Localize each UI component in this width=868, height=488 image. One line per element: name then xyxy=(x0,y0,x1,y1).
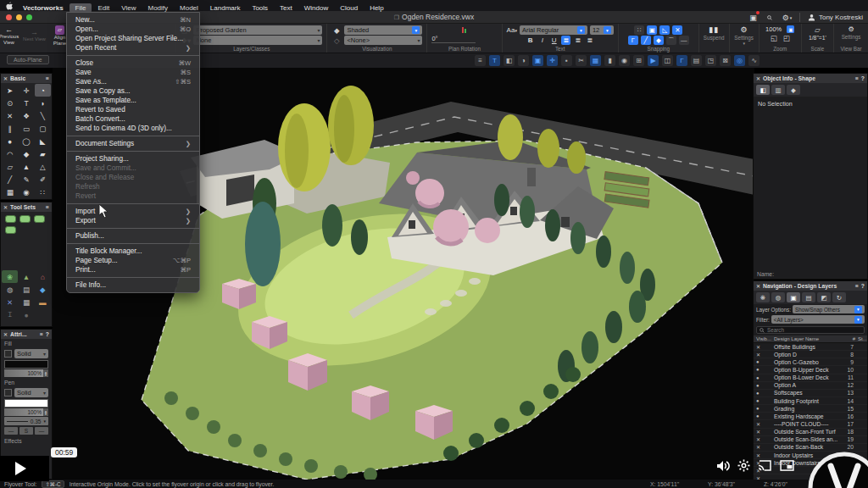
basic-tool-icon[interactable]: ✕ xyxy=(2,109,18,122)
landscape-tool-icon[interactable] xyxy=(19,215,31,223)
scale-value[interactable]: 1/8"=1' xyxy=(809,35,826,41)
fill-opacity-slider[interactable]: 100%▲▼ xyxy=(4,369,48,377)
close-icon[interactable]: ✕ xyxy=(756,75,760,81)
tab-saved-views[interactable]: ◍ xyxy=(771,292,785,302)
play-icon[interactable] xyxy=(15,462,26,475)
file-menu-item[interactable]: Refresh xyxy=(67,182,199,191)
basic-tool-icon[interactable]: T xyxy=(18,97,34,109)
menu-item[interactable]: Window xyxy=(298,3,334,13)
search-icon[interactable] xyxy=(765,13,775,22)
mode-bar-icon[interactable]: ◫ xyxy=(662,55,673,66)
basic-tool-icon[interactable]: ◯ xyxy=(18,135,34,147)
file-menu-item[interactable]: Revert xyxy=(67,191,199,201)
landscape-tool-icon[interactable] xyxy=(5,215,16,223)
layer-row[interactable]: ● Grading 15 xyxy=(754,405,867,413)
palette-menu-icon[interactable]: ≡ xyxy=(46,204,49,210)
tool-set-category-icon[interactable]: ▦ xyxy=(18,296,34,308)
snapping-toggle-icon[interactable]: ― xyxy=(679,36,689,45)
settings-gear-icon[interactable] xyxy=(737,459,750,472)
auto-plane-button[interactable]: Auto-Plane xyxy=(7,55,49,64)
file-menu-item[interactable]: Open Project Sharing Server File... xyxy=(67,34,199,43)
mode-bar-icon[interactable]: ▤ xyxy=(691,55,702,66)
tab-render[interactable]: ◆ xyxy=(787,85,800,95)
basic-tool-icon[interactable]: ╲ xyxy=(35,109,51,122)
basic-tool-icon[interactable]: ⊙ xyxy=(2,97,18,109)
layer-row[interactable]: ● Option C-Gazebo 9 xyxy=(754,358,867,366)
basic-tool-icon[interactable]: ▭ xyxy=(18,122,34,135)
pen-color-swatch[interactable] xyxy=(4,399,48,408)
visibility-icon[interactable]: ● xyxy=(754,406,774,411)
menu-item[interactable]: Model xyxy=(174,3,204,13)
landscape-tool-icon[interactable] xyxy=(34,215,45,223)
visibility-icon[interactable]: ✕ xyxy=(754,344,774,350)
suspend-label[interactable]: Suspend xyxy=(704,35,725,41)
file-menu-item[interactable] xyxy=(67,133,199,139)
basic-tool-icon[interactable]: ✛ xyxy=(18,84,34,97)
mode-bar-icon[interactable]: ◧ xyxy=(504,55,515,66)
file-menu-item[interactable]: Revert to Saved xyxy=(67,105,199,114)
file-menu-item[interactable]: Import ❯ xyxy=(67,207,199,216)
layer-row[interactable]: ✕ Offsite Buildings 7 xyxy=(754,343,867,351)
background-render-icon[interactable]: ◇ xyxy=(331,36,342,45)
apple-icon[interactable] xyxy=(6,2,14,10)
italic-button[interactable]: I xyxy=(537,36,547,45)
mode-bar-icon[interactable]: T xyxy=(489,55,500,66)
file-menu-item[interactable]: Save ⌘S xyxy=(67,68,199,77)
close-icon[interactable]: ✕ xyxy=(3,331,8,337)
visibility-icon[interactable]: ● xyxy=(754,367,774,372)
file-menu-item[interactable]: Publish... xyxy=(67,231,199,241)
snapping-toggle-icon[interactable]: ▣ xyxy=(647,25,657,35)
fill-color-swatch[interactable] xyxy=(4,360,48,369)
render-mode-icon[interactable]: ◆ xyxy=(331,26,342,35)
snapping-toggle-icon[interactable]: ✕ xyxy=(672,25,682,35)
layer-row[interactable]: ● Existing Hardscape 16 xyxy=(754,413,867,420)
file-menu-item[interactable]: New... ⌘N xyxy=(67,15,199,25)
palette-menu-icon[interactable]: ≡ xyxy=(46,75,49,81)
file-menu-item[interactable]: Title Block Manager... xyxy=(67,247,199,256)
tab-shape[interactable]: ◧ xyxy=(756,85,770,95)
file-menu-item[interactable]: Save a Copy as... xyxy=(67,86,199,96)
file-menu-item[interactable]: Batch Convert... xyxy=(67,114,199,124)
zoom-value[interactable]: 100% xyxy=(765,25,782,33)
basic-tool-icon[interactable]: ❖ xyxy=(18,109,34,122)
layer-row[interactable]: ✕ Outside Scan-Front Turf 18 xyxy=(754,429,867,436)
align-center-button[interactable]: ≣ xyxy=(573,36,582,45)
file-menu-item[interactable] xyxy=(67,148,199,154)
visibility-icon[interactable]: ✕ xyxy=(754,452,774,458)
tool-set-category-icon[interactable]: ✕ xyxy=(2,296,18,308)
layer-row[interactable]: ● Option A 12 xyxy=(754,382,867,390)
align-right-button[interactable]: ≣ xyxy=(585,36,594,45)
settings-label[interactable]: Settings xyxy=(734,35,754,41)
snapping-toggle-icon[interactable]: ╱ xyxy=(641,36,651,45)
tool-set-category-icon[interactable]: ● xyxy=(18,308,34,321)
layer-row[interactable]: ● Softscapes 13 xyxy=(754,390,867,397)
file-menu-item[interactable]: File Info... xyxy=(67,280,199,290)
basic-tool-icon[interactable]: ◣ xyxy=(35,135,51,147)
settings-gear-icon[interactable]: ⚙▾ xyxy=(782,13,792,22)
tool-set-category-icon[interactable]: ◍ xyxy=(2,283,18,296)
gear-icon[interactable]: ⚙ xyxy=(741,25,748,34)
visibility-icon[interactable]: ● xyxy=(754,359,774,364)
underline-button[interactable]: U xyxy=(549,36,559,45)
tool-set-category-icon[interactable]: ▲ xyxy=(18,270,34,283)
palette-menu-icon[interactable]: ≡ xyxy=(40,331,43,337)
basic-tool-icon[interactable]: ● xyxy=(2,135,18,147)
snapping-toggle-icon[interactable]: ⌒ xyxy=(666,36,676,45)
basic-tool-icon[interactable]: ◗ xyxy=(35,97,51,109)
snapping-toggle-icon[interactable]: ◺ xyxy=(659,25,670,35)
layer-table-header[interactable]: Visib... Design Layer Name # St... xyxy=(754,336,867,343)
file-menu-item[interactable]: Open... ⌘O xyxy=(67,25,199,34)
panel-menu-icon[interactable]: ≡ xyxy=(855,283,859,289)
align-left-button[interactable]: ≣ xyxy=(561,36,570,45)
line-style-button[interactable]: ― xyxy=(4,427,18,435)
basic-tool-icon[interactable]: ▦ xyxy=(2,186,18,198)
tool-set-category-icon[interactable]: ◆ xyxy=(35,283,51,296)
tool-set-category-icon[interactable]: ▬ xyxy=(35,296,51,308)
bold-button[interactable]: B xyxy=(526,36,535,45)
layer-options-dropdown[interactable]: Show/Snap Others▾ xyxy=(793,305,865,313)
tab-sheet-layers[interactable]: ▤ xyxy=(802,292,815,302)
search-input[interactable]: Search xyxy=(756,326,865,334)
basic-tool-icon[interactable]: ◔ xyxy=(35,84,51,97)
mode-bar-icon[interactable]: ⊞ xyxy=(633,55,644,66)
basic-tool-icon[interactable]: ▢ xyxy=(35,122,51,135)
